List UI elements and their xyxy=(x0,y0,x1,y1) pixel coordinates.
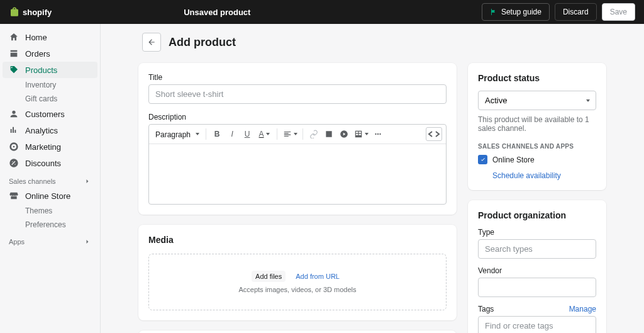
shopify-logo[interactable]: shopify xyxy=(9,6,52,18)
save-button[interactable]: Save xyxy=(602,3,635,21)
nav-preferences[interactable]: Preferences xyxy=(0,218,100,232)
tags-manage-link[interactable]: Manage xyxy=(569,305,596,313)
rte-italic[interactable]: I xyxy=(225,127,239,141)
svg-point-1 xyxy=(375,133,376,135)
rte-image[interactable] xyxy=(322,127,336,141)
page-title: Add product xyxy=(169,36,236,49)
description-editor: Paragraph B I U A xyxy=(148,124,447,205)
add-url-button[interactable]: Add from URL xyxy=(292,271,343,282)
nav-home[interactable]: Home xyxy=(0,29,100,45)
status-select[interactable] xyxy=(478,91,596,110)
type-input[interactable] xyxy=(478,239,596,259)
analytics-icon xyxy=(9,125,19,135)
svg-point-3 xyxy=(379,133,380,135)
nav-marketing[interactable]: Marketing xyxy=(0,138,100,155)
rte-video[interactable] xyxy=(337,127,351,141)
rte-html[interactable] xyxy=(426,127,442,141)
card-basic: Title Description Paragraph B I U xyxy=(138,63,457,215)
rte-more[interactable] xyxy=(371,127,385,141)
vendor-input[interactable] xyxy=(478,278,596,297)
tag-icon xyxy=(9,65,19,75)
card-status: Product status This product will be avai… xyxy=(468,63,606,190)
rte-align[interactable] xyxy=(281,127,299,141)
discard-button[interactable]: Discard xyxy=(555,3,597,21)
setup-guide-button[interactable]: Setup guide xyxy=(482,3,550,21)
channel-checkbox[interactable] xyxy=(478,155,487,164)
vendor-label: Vendor xyxy=(478,266,596,275)
target-icon xyxy=(9,142,19,152)
tags-input[interactable] xyxy=(478,316,596,333)
type-label: Type xyxy=(478,228,596,237)
title-label: Title xyxy=(148,73,447,82)
nav-inventory[interactable]: Inventory xyxy=(0,78,100,92)
unsaved-title: Unsaved product xyxy=(184,8,250,17)
nav-customers[interactable]: Customers xyxy=(0,106,100,122)
media-hint: Accepts images, videos, or 3D models xyxy=(155,286,440,293)
card-media: Media Add files Add from URL Accepts ima… xyxy=(138,225,457,320)
tags-label: Tags xyxy=(478,305,494,313)
description-label: Description xyxy=(148,113,447,121)
title-input[interactable] xyxy=(148,84,447,104)
nav-orders[interactable]: Orders xyxy=(0,45,100,62)
chevron-right-icon xyxy=(84,238,91,246)
rte-color[interactable]: A xyxy=(255,127,273,141)
table-icon xyxy=(354,130,363,138)
nav-section-sales[interactable]: Sales channels xyxy=(0,171,100,188)
user-icon xyxy=(9,109,19,119)
add-files-button[interactable]: Add files xyxy=(252,271,286,282)
align-icon xyxy=(283,130,292,138)
orders-icon xyxy=(9,48,19,59)
home-icon xyxy=(9,32,19,42)
store-icon xyxy=(9,191,19,201)
media-heading: Media xyxy=(148,235,447,245)
org-heading: Product organization xyxy=(478,210,596,220)
media-dropzone[interactable]: Add files Add from URL Accepts images, v… xyxy=(148,254,447,310)
nav-discounts[interactable]: Discounts xyxy=(0,155,100,171)
nav-themes[interactable]: Themes xyxy=(0,204,100,218)
channel-label: Online Store xyxy=(492,155,535,164)
code-icon xyxy=(426,127,441,142)
rte-bold[interactable]: B xyxy=(210,127,224,141)
nav-products[interactable]: Products xyxy=(3,62,97,78)
status-heading: Product status xyxy=(478,73,596,83)
image-icon xyxy=(325,130,333,138)
shopify-bag-icon xyxy=(9,6,20,18)
rte-link[interactable] xyxy=(307,127,321,141)
svg-point-2 xyxy=(377,133,379,135)
schedule-link[interactable]: Schedule availability xyxy=(492,171,561,180)
sidebar: Home Orders Products Inventory Gift card… xyxy=(0,24,101,333)
nav-giftcards[interactable]: Gift cards xyxy=(0,92,100,106)
discount-icon xyxy=(9,158,19,168)
dots-icon xyxy=(374,130,382,138)
brand-text: shopify xyxy=(23,8,52,17)
card-organization: Product organization Type Vendor Tags Ma… xyxy=(468,200,606,333)
channels-heading: Sales channels and apps xyxy=(478,143,596,150)
rte-table[interactable] xyxy=(352,127,370,141)
check-icon xyxy=(480,157,486,163)
back-button[interactable] xyxy=(142,33,161,52)
rte-format-select[interactable]: Paragraph xyxy=(153,130,202,139)
nav-section-apps[interactable]: Apps xyxy=(0,232,100,248)
description-body[interactable] xyxy=(149,144,446,204)
chevron-right-icon xyxy=(84,178,91,185)
flag-icon xyxy=(490,8,497,16)
play-icon xyxy=(340,130,348,138)
rte-underline[interactable]: U xyxy=(240,127,254,141)
card-pricing: Pricing Price xyxy=(138,330,457,333)
link-icon xyxy=(309,130,318,138)
status-helper: This product will be available to 1 sale… xyxy=(478,115,596,133)
nav-analytics[interactable]: Analytics xyxy=(0,122,100,138)
nav-online-store[interactable]: Online Store xyxy=(0,188,100,204)
arrow-left-icon xyxy=(147,38,156,47)
